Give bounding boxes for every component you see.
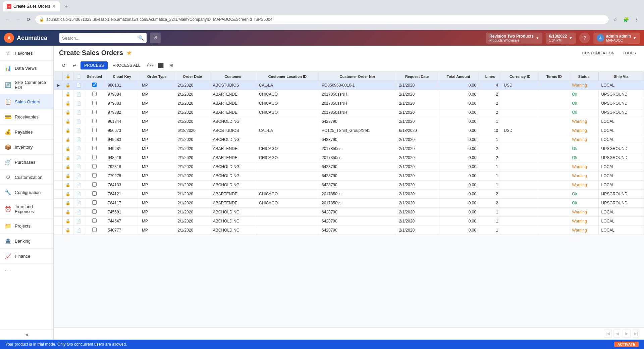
row-checkbox[interactable]: [92, 200, 97, 205]
search-bar[interactable]: 🔍: [59, 33, 147, 43]
col-terms-id[interactable]: Terms ID: [539, 72, 569, 81]
col-order-type[interactable]: Order Type: [139, 72, 175, 81]
sidebar-item-inventory[interactable]: 📦 Inventory: [0, 140, 53, 155]
forward-button[interactable]: →: [13, 15, 23, 24]
row-checkbox-cell[interactable]: [84, 217, 105, 226]
row-checkbox[interactable]: [92, 191, 97, 196]
row-checkbox[interactable]: [92, 155, 97, 159]
row-checkbox-cell[interactable]: [84, 90, 105, 99]
row-checkbox-cell[interactable]: [84, 226, 105, 235]
row-expand-icon[interactable]: [54, 181, 63, 190]
row-checkbox[interactable]: [92, 128, 97, 132]
row-expand-icon[interactable]: [54, 190, 63, 199]
table-row[interactable]: 🔒 📄 792318 MP 2/1/2020 ABCHOLDING 642879…: [54, 162, 644, 171]
address-bar[interactable]: 🔒 acumaticalb-1543671323.us-east-1.elb.a…: [35, 15, 609, 24]
menu-button[interactable]: ⋮: [632, 15, 641, 24]
schedule-button[interactable]: ⏱▾: [145, 61, 155, 70]
fit-button[interactable]: ⬛: [156, 61, 165, 70]
customization-link[interactable]: CUSTOMIZATION: [580, 50, 618, 56]
row-checkbox-cell[interactable]: [84, 144, 105, 153]
row-expand-icon[interactable]: [54, 171, 63, 181]
row-checkbox[interactable]: [92, 101, 97, 105]
sidebar-item-payables[interactable]: 💰 Payables: [0, 124, 53, 140]
row-expand-icon[interactable]: [54, 90, 63, 99]
row-checkbox-cell[interactable]: [84, 81, 105, 90]
row-checkbox[interactable]: [92, 119, 97, 123]
row-expand-icon[interactable]: ▶: [54, 81, 63, 90]
col-cust-order-nbr[interactable]: Customer Order Nbr: [319, 72, 396, 81]
table-row[interactable]: 🔒 📄 979882 MP 2/1/2020 ABARTENDE CHICAGO…: [54, 108, 644, 117]
export-button[interactable]: ⊞: [167, 61, 176, 70]
first-page-button[interactable]: |◀: [604, 330, 612, 338]
col-total-amount[interactable]: Total Amount: [438, 72, 479, 81]
sidebar-item-finance[interactable]: 📈 Finance: [0, 249, 53, 264]
table-row[interactable]: 🔒 📄 764117 MP 2/1/2020 ABARTENDE CHICAGO…: [54, 199, 644, 208]
col-lines[interactable]: Lines: [479, 72, 501, 81]
table-row[interactable]: 🔒 📄 779278 MP 2/1/2020 ABCHOLDING 642879…: [54, 171, 644, 181]
col-ship-via[interactable]: Ship Via: [598, 72, 644, 81]
table-row[interactable]: 🔒 📄 979884 MP 2/1/2020 ABARTENDE CHICAGO…: [54, 90, 644, 99]
row-expand-icon[interactable]: [54, 135, 63, 144]
table-row[interactable]: 🔒 📄 961844 MP 2/1/2020 ABCHOLDING 642879…: [54, 117, 644, 126]
datetime-selector[interactable]: 6/13/2022 1:34 PM ▼: [546, 33, 576, 44]
row-expand-icon[interactable]: [54, 144, 63, 153]
col-status[interactable]: Status: [569, 72, 598, 81]
browser-tab[interactable]: A Create Sales Orders ✕: [3, 1, 60, 11]
sidebar-item-sales-orders[interactable]: 📋 Sales Orders: [0, 94, 53, 109]
col-cloud-key[interactable]: Cloud Key: [105, 72, 139, 81]
row-checkbox-cell[interactable]: [84, 190, 105, 199]
row-checkbox[interactable]: [92, 146, 97, 150]
sidebar-item-sps-commerce[interactable]: 🔄 SPS Commerce EDI: [0, 76, 53, 94]
row-expand-icon[interactable]: [54, 162, 63, 171]
prev-page-button[interactable]: ◀: [613, 330, 621, 338]
row-checkbox-cell[interactable]: [84, 153, 105, 162]
sidebar-item-favorites[interactable]: ☆ Favorites: [0, 46, 53, 61]
table-row[interactable]: ▶ 🔒 📄 980131 MP 2/1/2020 ABCSTUDIOS CAL-…: [54, 81, 644, 90]
row-expand-icon[interactable]: [54, 217, 63, 226]
row-checkbox[interactable]: [92, 164, 97, 168]
sidebar-item-data-views[interactable]: 📊 Data Views: [0, 61, 53, 76]
table-row[interactable]: 🔒 📄 764133 MP 2/1/2020 ABCHOLDING 642879…: [54, 181, 644, 190]
table-row[interactable]: 🔒 📄 948516 MP 2/1/2020 ABARTENDE CHICAGO…: [54, 153, 644, 162]
activate-button[interactable]: ACTIVATE: [614, 342, 639, 347]
table-row[interactable]: 🔒 📄 949681 MP 2/1/2020 ABARTENDE CHICAGO…: [54, 144, 644, 153]
tab-close-button[interactable]: ✕: [52, 4, 56, 9]
row-expand-icon[interactable]: [54, 208, 63, 217]
user-menu[interactable]: A admin admin MAPADOC ▼: [593, 33, 640, 44]
col-customer[interactable]: Customer: [210, 72, 256, 81]
sidebar-collapse-button[interactable]: ◀: [0, 329, 53, 340]
sidebar-item-time-expenses[interactable]: ⏰ Time and Expenses: [0, 200, 53, 218]
search-input[interactable]: [62, 36, 136, 41]
row-expand-icon[interactable]: [54, 108, 63, 117]
col-order-date[interactable]: Order Date: [175, 72, 210, 81]
row-checkbox-cell[interactable]: [84, 181, 105, 190]
bookmark-button[interactable]: ☆: [610, 15, 620, 24]
row-checkbox-cell[interactable]: [84, 162, 105, 171]
row-checkbox[interactable]: [92, 173, 97, 178]
search-icon[interactable]: 🔍: [138, 35, 144, 41]
sidebar-item-configuration[interactable]: 🔧 Configuration: [0, 185, 53, 200]
row-checkbox-cell[interactable]: [84, 199, 105, 208]
row-checkbox-cell[interactable]: [84, 171, 105, 181]
sidebar-item-purchases[interactable]: 🛒 Purchases: [0, 155, 53, 170]
row-checkbox[interactable]: [92, 228, 97, 232]
row-checkbox[interactable]: [92, 182, 97, 187]
tools-link[interactable]: TOOLS: [620, 50, 639, 56]
row-checkbox-cell[interactable]: [84, 99, 105, 108]
help-button[interactable]: ?: [579, 33, 590, 43]
undo-toolbar-button[interactable]: ↩: [70, 61, 79, 70]
refresh-toolbar-button[interactable]: ↺: [59, 61, 68, 70]
sidebar-item-customization[interactable]: ⚙ Customization: [0, 170, 53, 185]
row-expand-icon[interactable]: [54, 126, 63, 135]
row-checkbox-cell[interactable]: [84, 208, 105, 217]
sidebar-item-projects[interactable]: 📁 Projects: [0, 218, 53, 234]
process-button[interactable]: PROCESS: [80, 61, 108, 69]
new-tab-button[interactable]: +: [61, 2, 71, 11]
table-row[interactable]: 🔒 📄 764121 MP 2/1/2020 ABARTENDE CHICAGO…: [54, 190, 644, 199]
row-expand-icon[interactable]: [54, 99, 63, 108]
col-currency-id[interactable]: Currency ID: [501, 72, 539, 81]
process-all-button[interactable]: PROCESS ALL: [109, 61, 144, 69]
last-page-button[interactable]: ▶|: [632, 330, 640, 338]
table-row[interactable]: 🔒 📄 744547 MP 2/1/2020 ABCHOLDING 642879…: [54, 217, 644, 226]
col-request-date[interactable]: Request Date: [396, 72, 438, 81]
